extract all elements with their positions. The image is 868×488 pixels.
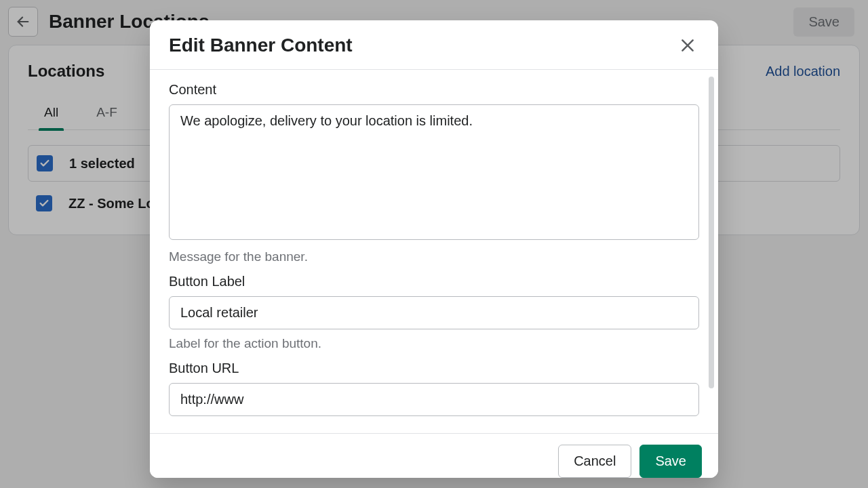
modal-overlay: Edit Banner Content Content Message for … xyxy=(0,0,868,488)
cancel-button[interactable]: Cancel xyxy=(558,445,631,478)
save-button[interactable]: Save xyxy=(639,445,702,478)
content-label: Content xyxy=(169,82,699,98)
button-label-label: Button Label xyxy=(169,274,699,289)
button-url-input[interactable] xyxy=(169,383,699,416)
scrollbar[interactable] xyxy=(709,77,714,388)
button-url-label: Button URL xyxy=(169,361,699,376)
button-label-help: Label for the action button. xyxy=(169,336,699,351)
close-icon xyxy=(679,37,696,54)
modal-title: Edit Banner Content xyxy=(169,35,353,56)
button-label-input[interactable] xyxy=(169,296,699,329)
content-textarea[interactable] xyxy=(169,104,699,240)
edit-banner-modal: Edit Banner Content Content Message for … xyxy=(150,20,718,478)
close-button[interactable] xyxy=(676,34,699,57)
content-help: Message for the banner. xyxy=(169,249,699,264)
